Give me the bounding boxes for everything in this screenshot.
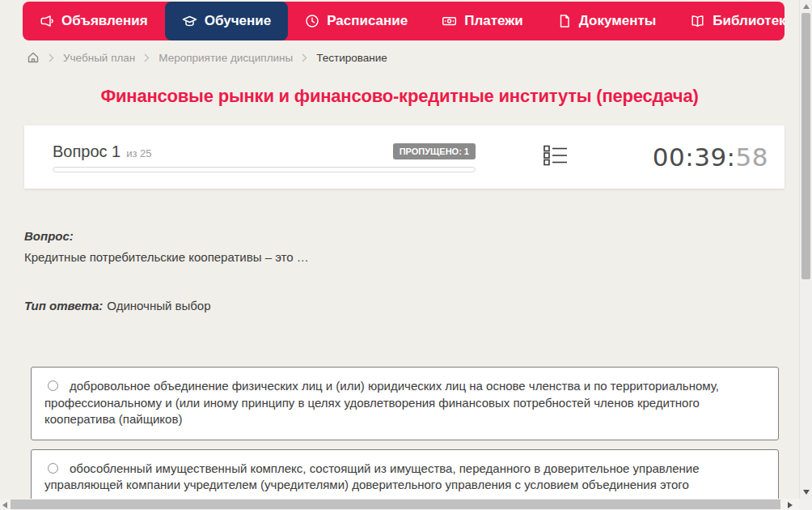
breadcrumb-chevron-icon: [144, 53, 150, 62]
radio-button-icon[interactable]: [48, 380, 58, 391]
answer-option-text: добровольное объединение физических лиц …: [44, 379, 719, 426]
radio-button-icon[interactable]: [48, 463, 58, 474]
question-progress-section: Вопрос 1 из 25 ПРОПУЩЕНО: 1: [53, 142, 476, 172]
skipped-badge: ПРОПУЩЕНО: 1: [393, 143, 476, 159]
question-total: из 25: [126, 147, 151, 159]
answer-option-text: обособленный имущественный комплекс, сос…: [44, 461, 700, 492]
nav-tab-label: Библиотека: [713, 13, 785, 29]
megaphone-icon: [40, 14, 54, 28]
vertical-scrollbar-thumb[interactable]: [801, 13, 810, 279]
nav-tab-announcements[interactable]: Объявления: [23, 2, 165, 40]
question-number: Вопрос 1: [53, 142, 121, 161]
timer: 00:39:58: [653, 142, 768, 172]
breadcrumb-item-discipline-event[interactable]: Мероприятие дисциплины: [159, 52, 293, 64]
answer-option-1[interactable]: добровольное объединение физических лиц …: [31, 367, 779, 440]
nav-tab-label: Объявления: [61, 13, 148, 29]
horizontal-scrollbar-thumb[interactable]: [11, 499, 780, 509]
question-list-button[interactable]: [543, 145, 569, 169]
timer-seconds: 58: [736, 142, 768, 172]
nav-tab-label: Обучение: [205, 13, 271, 29]
breadcrumb-item-curriculum[interactable]: Учебный план: [63, 52, 135, 64]
nav-tab-library[interactable]: Библиотека: [673, 2, 785, 40]
answer-type-value: Одиночный выбор: [107, 299, 210, 312]
document-icon: [557, 14, 572, 28]
scroll-left-arrow[interactable]: [2, 502, 7, 508]
answer-options: добровольное объединение физических лиц …: [31, 367, 779, 499]
page-viewport: Объявления Обучение Расписание: [0, 0, 799, 499]
nav-tab-learning[interactable]: Обучение: [165, 2, 288, 40]
nav-tab-label: Платежи: [464, 13, 523, 29]
nav-tab-schedule[interactable]: Расписание: [288, 2, 425, 40]
question-block: Вопрос: Кредитные потребительские коопер…: [24, 229, 799, 264]
breadcrumb-chevron-icon: [302, 53, 307, 62]
clock-icon: [305, 14, 319, 28]
question-header-panel: Вопрос 1 из 25 ПРОПУЩЕНО: 1: [24, 125, 785, 189]
scrollbar-corner: [799, 499, 812, 510]
graduation-cap-icon: [182, 14, 197, 28]
answer-type-label: Тип ответа:: [24, 299, 103, 312]
home-icon[interactable]: [27, 51, 40, 64]
question-list-icon: [543, 145, 568, 169]
question-label: Вопрос:: [24, 229, 799, 243]
nav-tab-label: Документы: [579, 13, 657, 29]
answer-type-row: Тип ответа:Одиночный выбор: [24, 299, 799, 312]
vertical-scrollbar[interactable]: [799, 0, 812, 499]
answer-option-2[interactable]: обособленный имущественный комплекс, сос…: [31, 449, 779, 499]
scroll-up-arrow[interactable]: [803, 4, 810, 9]
breadcrumb: Учебный план Мероприятие дисциплины Тест…: [27, 51, 799, 64]
top-navbar: Объявления Обучение Расписание: [23, 2, 785, 40]
horizontal-scrollbar[interactable]: [0, 499, 799, 510]
progress-bar: [53, 167, 476, 172]
question-text: Кредитные потребительские кооперативы – …: [24, 250, 799, 264]
timer-hours-minutes: 00:39:: [653, 142, 736, 172]
scroll-right-arrow[interactable]: [788, 502, 793, 508]
book-icon: [690, 14, 705, 28]
nav-tab-documents[interactable]: Документы: [540, 2, 674, 40]
scroll-down-arrow[interactable]: [803, 490, 810, 495]
breadcrumb-item-testing: Тестирование: [316, 52, 387, 64]
breadcrumb-chevron-icon: [49, 53, 54, 62]
page-title: Финансовые рынки и финансово-кредитные и…: [0, 86, 799, 107]
banknote-icon: [442, 14, 457, 28]
nav-tab-payments[interactable]: Платежи: [425, 2, 540, 40]
nav-tab-label: Расписание: [327, 13, 408, 29]
